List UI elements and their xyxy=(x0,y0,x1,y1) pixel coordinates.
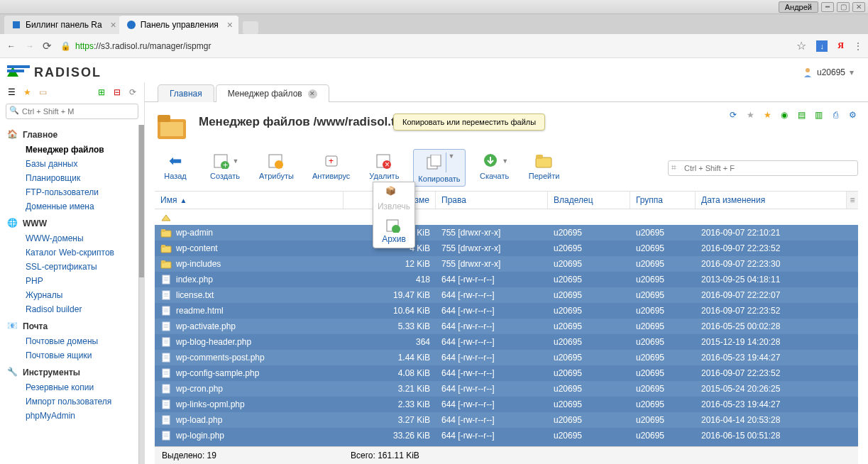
toolbar-antivirus-button[interactable]: +Антивирус xyxy=(307,149,355,184)
table-row[interactable]: license.txt19.47 KiB644 [-rw-r--r--]u206… xyxy=(155,287,858,303)
toolbar-goto-button[interactable]: Перейти xyxy=(524,149,565,184)
table-row[interactable]: wp-admin4 KiB755 [drwxr-xr-x]u20695u2069… xyxy=(155,225,858,241)
browser-tab[interactable]: Биллинг панель Ra× xyxy=(4,16,122,34)
sidebar-item[interactable]: Резервные копии xyxy=(0,380,144,394)
col-date[interactable]: Дата изменения xyxy=(696,192,847,209)
address-bar[interactable]: 🔒 https://s3.radisol.ru/manager/ispmgr xyxy=(60,41,788,51)
tools-icon: 🔧 xyxy=(7,367,18,378)
toolbar-back-button[interactable]: ⬅Назад xyxy=(155,149,196,184)
sidebar-item[interactable]: Базы данных xyxy=(0,157,144,171)
browser-menu-button[interactable]: ⋮ xyxy=(854,41,861,51)
toolbar-copy-button[interactable]: ▼Копировать xyxy=(413,149,465,187)
sidebar-nav[interactable]: 🏠ГлавноеМенеджер файловБазы данныхПланир… xyxy=(0,125,144,464)
sidebar-search-input[interactable] xyxy=(6,104,138,119)
action-settings-icon[interactable]: ⚙ xyxy=(847,109,858,121)
table-row[interactable]: wp-config-sample.php4.08 KiB644 [-rw-r--… xyxy=(155,365,858,381)
action-star-icon[interactable]: ★ xyxy=(745,109,756,121)
sidebar-star-icon[interactable]: ★ xyxy=(21,87,33,98)
sidebar-item[interactable]: phpMyAdmin xyxy=(0,409,144,423)
table-row[interactable]: wp-blog-header.php364644 [-rw-r--r--]u20… xyxy=(155,334,858,350)
tab-close-icon[interactable]: × xyxy=(227,19,233,31)
table-row[interactable]: readme.html10.64 KiB644 [-rw-r--r--]u206… xyxy=(155,303,858,319)
sidebar-item[interactable]: Почтовые домены xyxy=(0,334,144,348)
sidebar-section[interactable]: 🌐WWW xyxy=(0,214,144,231)
sidebar-section[interactable]: 📧Почта xyxy=(0,316,144,334)
table-row[interactable]: wp-activate.php5.33 KiB644 [-rw-r--r--]u… xyxy=(155,319,858,334)
action-star2-icon[interactable]: ★ xyxy=(762,109,773,121)
window-close-button[interactable]: ✕ xyxy=(852,2,865,12)
action-tag-icon[interactable]: ◉ xyxy=(779,109,790,121)
sidebar-tree-icon[interactable]: ☰ xyxy=(6,87,17,98)
reload-button[interactable]: ⟳ xyxy=(43,40,52,53)
sidebar-item[interactable]: FTP-пользователи xyxy=(0,185,144,199)
table-row[interactable]: wp-content4 KiB755 [drwxr-xr-x]u20695u20… xyxy=(155,241,858,256)
nav-back-button[interactable]: ← xyxy=(7,41,16,51)
sidebar-archive-icon[interactable]: ▭ xyxy=(37,87,48,98)
window-titlebar: Андрей ━ ▢ ✕ xyxy=(0,0,868,14)
sidebar-scrollbar[interactable] xyxy=(139,125,144,277)
sidebar-item[interactable]: Планировщик xyxy=(0,171,144,185)
toolbar-search-input[interactable] xyxy=(668,160,858,176)
app-tab[interactable]: Менеджер файлов✕ xyxy=(216,84,329,102)
new-tab-button[interactable] xyxy=(243,21,258,34)
app-tab[interactable]: Главная xyxy=(158,84,214,102)
col-perm[interactable]: Права xyxy=(436,192,548,209)
table-row[interactable]: wp-includes12 KiB755 [drwxr-xr-x]u20695u… xyxy=(155,256,858,272)
sidebar-section[interactable]: 🔧Инструменты xyxy=(0,363,144,380)
dropdown-extract-item[interactable]: 📦Извлечь xyxy=(373,182,414,215)
toolbar-delete-button[interactable]: ×Удалить xyxy=(363,149,405,184)
svg-rect-58 xyxy=(164,387,168,387)
sidebar-item[interactable]: SSL-сертификаты xyxy=(0,260,144,274)
sidebar-collapse-icon[interactable]: ⊟ xyxy=(111,87,123,98)
col-handle[interactable]: ≡ xyxy=(847,192,858,209)
action-print-icon[interactable]: ⎙ xyxy=(830,109,841,121)
table-row[interactable]: index.php418644 [-rw-r--r--]u20695u20695… xyxy=(155,272,858,287)
sidebar-expand-icon[interactable]: ⊞ xyxy=(96,87,107,98)
svg-rect-56 xyxy=(164,374,168,375)
window-minimize-button[interactable]: ━ xyxy=(821,2,834,12)
action-doc-icon[interactable]: ▥ xyxy=(813,109,824,121)
table-row[interactable] xyxy=(155,209,858,225)
tab-close-icon[interactable]: × xyxy=(110,19,116,31)
bookmark-star-icon[interactable]: ☆ xyxy=(796,39,806,53)
sidebar-item[interactable]: WWW-домены xyxy=(0,231,144,245)
sidebar-item[interactable]: PHP xyxy=(0,274,144,288)
table-row[interactable]: wp-load.php3.27 KiB644 [-rw-r--r--]u2069… xyxy=(155,412,858,428)
browser-toolbar: ← → ⟳ 🔒 https://s3.radisol.ru/manager/is… xyxy=(0,34,868,58)
table-row[interactable]: wp-cron.php3.21 KiB644 [-rw-r--r--]u2069… xyxy=(155,381,858,397)
sidebar-item[interactable]: Почтовые ящики xyxy=(0,348,144,363)
cell-owner: 644 [-rw-r--r--] xyxy=(436,321,548,331)
sidebar-item[interactable]: Импорт пользователя xyxy=(0,394,144,409)
action-excel-icon[interactable]: ▤ xyxy=(796,109,807,121)
svg-rect-5 xyxy=(160,122,183,136)
toolbar-download-button[interactable]: ▼Скачать xyxy=(474,149,515,184)
col-owner[interactable]: Владелец xyxy=(548,192,630,209)
sidebar-item[interactable]: Каталог Web-скриптов xyxy=(0,245,144,260)
file-icon xyxy=(160,399,172,409)
sidebar-section[interactable]: 🏠Главное xyxy=(0,125,144,143)
downloads-icon[interactable]: ↓ xyxy=(816,40,828,52)
browser-tab[interactable]: Панель управления× xyxy=(119,16,238,34)
cell-date: 2016-09-07 22:23:52 xyxy=(696,368,847,378)
cell-name: index.php xyxy=(176,275,213,285)
dropdown-archive-item[interactable]: Архив xyxy=(373,215,414,248)
action-refresh-icon[interactable]: ⟳ xyxy=(727,109,739,121)
sidebar-item[interactable]: Менеджер файлов xyxy=(0,143,144,157)
window-maximize-button[interactable]: ▢ xyxy=(837,2,850,12)
user-menu[interactable]: u20695 ▾ xyxy=(803,67,854,77)
sidebar-refresh-icon[interactable]: ⟳ xyxy=(127,87,138,98)
table-row[interactable]: wp-links-opml.php2.33 KiB644 [-rw-r--r--… xyxy=(155,397,858,412)
table-row[interactable]: wp-comments-post.php1.44 KiB644 [-rw-r--… xyxy=(155,350,858,365)
col-group[interactable]: Группа xyxy=(630,192,696,209)
nav-forward-button[interactable]: → xyxy=(26,41,34,51)
sidebar-item[interactable]: Radisol builder xyxy=(0,302,144,316)
col-name[interactable]: Имя▲ xyxy=(155,192,344,209)
grid-body[interactable]: wp-admin4 KiB755 [drwxr-xr-x]u20695u2069… xyxy=(155,209,858,446)
table-row[interactable]: wp-login.php33.26 KiB644 [-rw-r--r--]u20… xyxy=(155,428,858,443)
toolbar-attrs-button[interactable]: Атрибуты xyxy=(254,149,299,184)
sidebar-item[interactable]: Доменные имена xyxy=(0,199,144,214)
sidebar-item[interactable]: Журналы xyxy=(0,288,144,302)
toolbar-create-button[interactable]: +▼Создать xyxy=(204,149,246,184)
tab-close-icon[interactable]: ✕ xyxy=(308,89,317,99)
yandex-icon[interactable]: Я xyxy=(837,40,844,51)
